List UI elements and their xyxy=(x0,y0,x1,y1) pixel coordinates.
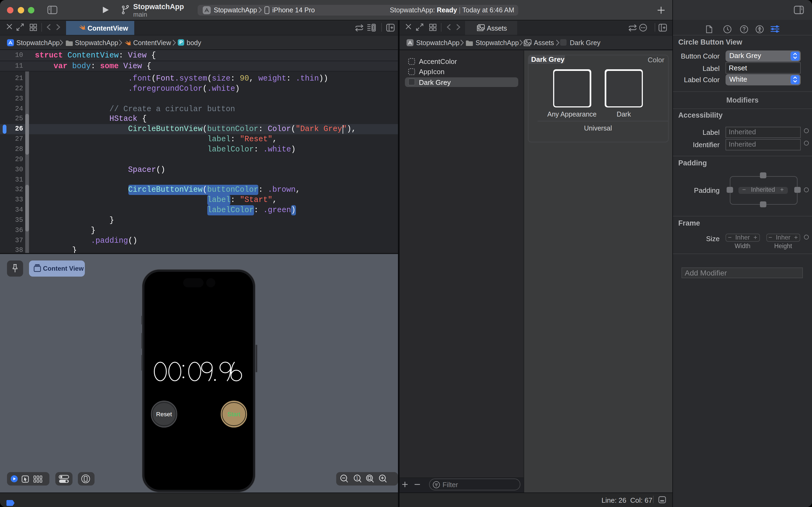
svg-text:1: 1 xyxy=(356,476,358,481)
